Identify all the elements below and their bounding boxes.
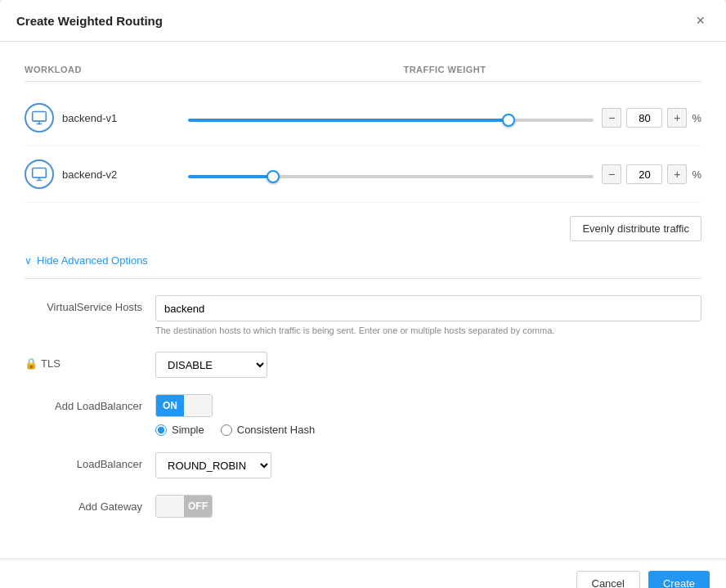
percent-label-v2: % (692, 168, 701, 181)
radio-consistent[interactable] (221, 424, 232, 436)
toggle-on-label[interactable]: ON (156, 395, 184, 416)
gateway-toggle-on-part (156, 496, 184, 517)
svg-rect-0 (33, 112, 47, 122)
virtualservice-input[interactable] (155, 295, 701, 321)
traffic-column-header: TRAFFIC WEIGHT (188, 65, 701, 74)
hide-advanced-link[interactable]: Hide Advanced Options (37, 254, 148, 267)
tls-content: DISABLE SIMPLE MUTUAL ISTIO_MUTUAL (155, 352, 701, 378)
loadbalancer-select-content: ROUND_ROBIN LEAST_CONN RANDOM PASSTHROUG… (155, 452, 701, 478)
radio-simple-text: Simple (172, 424, 204, 436)
lb-type-radio-group: Simple Consistent Hash (155, 424, 701, 436)
stepper-v1: − + % (602, 108, 701, 128)
radio-consistent-text: Consistent Hash (237, 424, 315, 436)
traffic-slider-v2[interactable] (188, 175, 594, 178)
distribute-traffic-button[interactable]: Evenly distribute traffic (570, 216, 701, 241)
modal-footer: Cancel Create (0, 559, 726, 588)
loadbalancer-toggle-row: Add LoadBalancer ON Simple (25, 394, 701, 436)
slider-container-v1 (188, 112, 594, 124)
cancel-button[interactable]: Cancel (576, 571, 640, 588)
table-header: WORKLOAD TRAFFIC WEIGHT (25, 58, 701, 82)
workload-name-v1: backend-v1 (62, 112, 117, 124)
lock-icon: 🔒 (25, 357, 38, 370)
loadbalancer-select[interactable]: ROUND_ROBIN LEAST_CONN RANDOM PASSTHROUG… (155, 452, 271, 478)
loadbalancer-toggle-content: ON Simple Consistent Hash (155, 394, 701, 436)
workload-icon-v2 (25, 159, 54, 189)
distribute-btn-row: Evenly distribute traffic (25, 203, 701, 254)
workload-name-v2: backend-v2 (62, 168, 117, 181)
virtualservice-hint: The destination hosts to which traffic i… (155, 325, 701, 335)
workload-row-v2: backend-v2 − + % (25, 146, 701, 203)
traffic-input-v2[interactable] (626, 164, 662, 184)
modal-title: Create Weighted Routing (16, 14, 163, 28)
gateway-toggle-group: OFF (155, 495, 701, 518)
gateway-content: OFF (155, 495, 701, 518)
increment-v2[interactable]: + (667, 164, 687, 184)
tls-select[interactable]: DISABLE SIMPLE MUTUAL ISTIO_MUTUAL (155, 352, 267, 378)
virtualservice-row: VirtualService Hosts The destination hos… (25, 295, 701, 335)
decrement-v1[interactable]: − (602, 108, 621, 128)
gateway-toggle[interactable]: OFF (155, 495, 213, 518)
loadbalancer-select-row: LoadBalancer ROUND_ROBIN LEAST_CONN RAND… (25, 452, 701, 478)
traffic-slider-v1[interactable] (188, 119, 594, 122)
advanced-options-toggle: ∨ Hide Advanced Options (25, 254, 701, 279)
toggle-off-part (184, 395, 212, 416)
svg-rect-1 (33, 168, 47, 178)
workload-info-v1: backend-v1 (25, 103, 188, 132)
radio-consistent-label[interactable]: Consistent Hash (221, 424, 315, 436)
loadbalancer-toggle-label: Add LoadBalancer (25, 394, 155, 412)
radio-simple-label[interactable]: Simple (155, 424, 204, 436)
workload-info-v2: backend-v2 (25, 159, 188, 189)
slider-container-v2 (188, 168, 594, 181)
modal-header: Create Weighted Routing × (0, 0, 726, 42)
workload-icon-v1 (25, 103, 54, 132)
lb-toggle-group: ON (155, 394, 701, 417)
gateway-toggle-off-label[interactable]: OFF (184, 496, 212, 517)
decrement-v2[interactable]: − (602, 164, 621, 184)
loadbalancer-select-label: LoadBalancer (25, 452, 155, 470)
workload-row-v1: backend-v1 − + % (25, 90, 701, 146)
modal-body: WORKLOAD TRAFFIC WEIGHT backend-v1 (0, 42, 726, 559)
close-button[interactable]: × (691, 11, 710, 29)
create-button[interactable]: Create (648, 571, 710, 588)
traffic-control-v1: − + % (188, 108, 701, 128)
stepper-v2: − + % (602, 164, 701, 184)
traffic-control-v2: − + % (188, 164, 701, 184)
tls-row: 🔒 TLS DISABLE SIMPLE MUTUAL ISTIO_MUTUAL (25, 352, 701, 378)
tls-label: 🔒 TLS (25, 352, 155, 370)
virtualservice-content: The destination hosts to which traffic i… (155, 295, 701, 335)
loadbalancer-toggle[interactable]: ON (155, 394, 213, 417)
advanced-form-section: VirtualService Hosts The destination hos… (25, 295, 701, 542)
increment-v1[interactable]: + (667, 108, 687, 128)
traffic-input-v1[interactable] (626, 108, 662, 128)
workload-column-header: WORKLOAD (25, 65, 188, 74)
chevron-icon: ∨ (25, 255, 32, 267)
gateway-row: Add Gateway OFF (25, 495, 701, 518)
radio-simple[interactable] (155, 424, 167, 436)
virtualservice-label: VirtualService Hosts (25, 295, 155, 313)
gateway-label: Add Gateway (25, 495, 155, 513)
percent-label-v1: % (692, 112, 701, 124)
create-weighted-routing-modal: Create Weighted Routing × WORKLOAD TRAFF… (0, 0, 726, 588)
